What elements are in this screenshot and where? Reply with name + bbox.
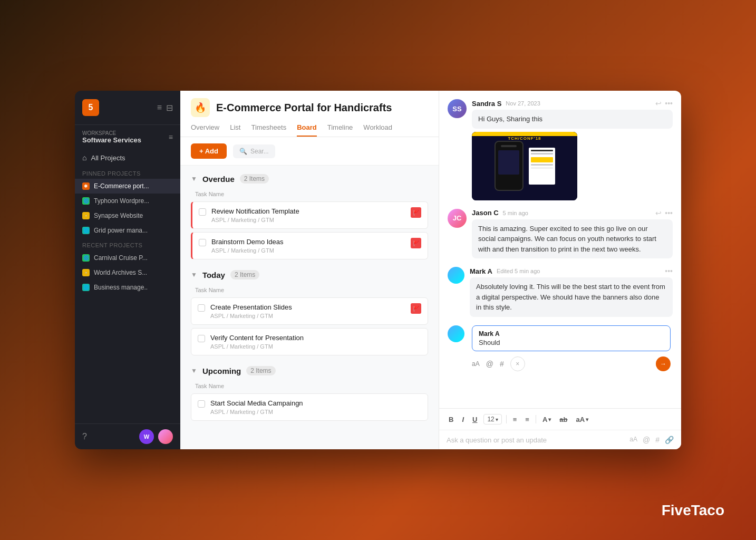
msg-image-content: TCH/CONF'18 <box>472 132 577 200</box>
toggle-overdue[interactable]: ▼ <box>191 175 197 182</box>
hashtag-icon[interactable]: # <box>500 360 504 368</box>
layout-icon[interactable]: ⊟ <box>166 103 173 113</box>
nav-dot-teal2: 🌐 <box>82 284 90 291</box>
add-button[interactable]: + Add <box>191 143 227 159</box>
more-icon[interactable]: ••• <box>665 99 673 108</box>
section-count-today: 2 Items <box>230 270 259 279</box>
align-right-button[interactable]: ≡ <box>523 414 531 425</box>
task-list-area: ▼ Overdue 2 Items Task Name Review Notif… <box>180 166 439 449</box>
search-icon: 🔍 <box>239 148 247 155</box>
bottom-brand: FiveTaco <box>662 502 724 519</box>
tab-list[interactable]: List <box>230 123 240 137</box>
tab-overview[interactable]: Overview <box>191 123 219 137</box>
sidebar-item-grid[interactable]: 🌐 Grid power mana... <box>75 223 180 238</box>
nav-dot-green2: 🌀 <box>82 254 90 262</box>
task-path4: ASPL / Marketing / GTM <box>210 343 421 350</box>
yellow-bar-top <box>472 132 577 136</box>
sidebar-item-label: E-Commerce port... <box>94 182 149 190</box>
link-input-icon[interactable]: 🔗 <box>665 436 674 444</box>
brand-five: Five <box>662 502 691 518</box>
tab-timesheets[interactable]: Timesheets <box>251 123 286 137</box>
home-icon: ⌂ <box>82 153 86 162</box>
task-flag2: 🚩 <box>411 238 421 248</box>
more-icon-marka[interactable]: ••• <box>665 267 673 275</box>
reply-send-button[interactable]: → <box>656 356 671 371</box>
task-column-header: Task Name <box>191 189 428 199</box>
task-flag3: 🚩 <box>411 303 421 314</box>
sidebar-item-world[interactable]: ▪ World Archives S... <box>75 265 180 280</box>
text-color-button[interactable]: A▾ <box>540 414 553 425</box>
sidebar-item-synapse[interactable]: ▪ Synapse Website <box>75 208 180 223</box>
task-checkbox[interactable] <box>199 208 206 216</box>
task-checkbox3[interactable] <box>198 304 205 312</box>
hashtag-input-icon[interactable]: # <box>655 436 660 444</box>
msg-image-sandra: TCH/CONF'18 <box>472 132 577 200</box>
reply-close-button[interactable]: × <box>510 356 525 371</box>
task-brainstorm[interactable]: Brainstorm Demo Ideas ASPL / Marketing /… <box>191 232 428 259</box>
task-info5: Start Social Media Campaingn ASPL / Mark… <box>210 399 421 415</box>
bold-button[interactable]: B <box>447 414 455 425</box>
task-verify[interactable]: Verify Content for Presentation ASPL / M… <box>191 328 428 355</box>
font-size-chevron: ▾ <box>496 417 498 422</box>
align-left-button[interactable]: ≡ <box>511 414 519 425</box>
font-size-select[interactable]: 12 ▾ <box>483 414 501 425</box>
avatar-user[interactable] <box>158 429 173 444</box>
toggle-today[interactable]: ▼ <box>191 271 197 278</box>
task-social[interactable]: Start Social Media Campaingn ASPL / Mark… <box>191 393 428 421</box>
task-checkbox2[interactable] <box>199 239 206 246</box>
mention-icon[interactable]: @ <box>486 360 493 368</box>
project-title: E-Commerce Portal for Handicrafts <box>216 102 392 114</box>
text-size-icon[interactable]: aA <box>629 436 637 444</box>
task-checkbox4[interactable] <box>198 335 205 342</box>
workspace-menu-icon[interactable]: ≡ <box>169 133 173 141</box>
underline-button[interactable]: U <box>470 414 479 425</box>
msg-actions-marka: ••• <box>665 267 673 275</box>
task-review[interactable]: Review Notification Template ASPL / Mark… <box>191 201 428 229</box>
avatar-w[interactable]: W <box>139 429 154 444</box>
msg-header-sandra: Sandra S Nov 27, 2023 ↩ ••• <box>472 99 673 108</box>
mention-input-icon[interactable]: @ <box>643 436 650 444</box>
task-column-header3: Task Name <box>191 381 428 391</box>
reply-icon-jason[interactable]: ↩ <box>655 209 662 217</box>
sidebar-item-typhoon[interactable]: 🌀 Typhoon Wordpre... <box>75 194 180 208</box>
reply-input-box[interactable]: Mark A Should <box>472 325 671 351</box>
reply-icon[interactable]: ↩ <box>655 99 662 108</box>
strikethrough-button[interactable]: ab <box>557 414 569 425</box>
paper-line3 <box>531 164 553 166</box>
reply-text[interactable]: Should <box>479 339 664 346</box>
font-size-icon[interactable]: aA <box>472 360 480 368</box>
tab-board[interactable]: Board <box>297 123 317 137</box>
msg-text-jason: This is amazing. Super excited to see th… <box>478 225 656 253</box>
sidebar-item-label: Business manage.. <box>94 284 148 291</box>
task-info: Review Notification Template ASPL / Mark… <box>211 207 405 223</box>
task-checkbox5[interactable] <box>198 400 205 408</box>
sidebar-item-carnival[interactable]: 🌀 Carnival Cruise P... <box>75 250 180 265</box>
all-projects-button[interactable]: ⌂ All Projects <box>75 149 180 166</box>
sidebar-item-ecommerce[interactable]: ✱ E-Commerce port... <box>75 179 180 194</box>
project-title-row: 🔥 E-Commerce Portal for Handicrafts <box>191 98 428 117</box>
app-window: 5 ≡ ⊟ Workspace Software Services ≡ ⌂ Al… <box>75 91 681 449</box>
sidebar-item-label: Grid power mana... <box>94 227 148 234</box>
section-header-today[interactable]: ▼ Today 2 Items <box>191 270 428 279</box>
project-header: 🔥 E-Commerce Portal for Handicrafts Over… <box>180 91 439 137</box>
chat-input[interactable]: Ask a question or post an update <box>447 436 629 444</box>
chat-input-row: Ask a question or post an update aA @ # … <box>439 430 681 449</box>
task-name4: Verify Content for Presentation <box>210 334 421 342</box>
reply-container: Mark A Should aA @ # × → <box>470 325 673 374</box>
hamburger-icon[interactable]: ≡ <box>157 103 162 113</box>
sidebar-item-business[interactable]: 🌐 Business manage.. <box>75 280 180 295</box>
italic-button[interactable]: I <box>460 414 466 425</box>
more-icon-jason[interactable]: ••• <box>665 209 673 217</box>
search-box[interactable]: 🔍 Sear... <box>233 144 275 158</box>
toolbar-divider1 <box>506 415 507 423</box>
section-header-upcoming[interactable]: ▼ Upcoming 2 Items <box>191 366 428 375</box>
task-create-slides[interactable]: Create Presentation Slides ASPL / Market… <box>191 297 428 325</box>
msg-text-marka: Absolutely loving it. This will be the b… <box>476 283 665 311</box>
section-header-overdue[interactable]: ▼ Overdue 2 Items <box>191 174 428 184</box>
toggle-upcoming[interactable]: ▼ <box>191 367 197 374</box>
tab-timeline[interactable]: Timeline <box>327 123 353 137</box>
font-button[interactable]: aA▾ <box>574 414 591 425</box>
help-icon[interactable]: ? <box>82 432 87 441</box>
tab-workload[interactable]: Workload <box>363 123 392 137</box>
workspace-label: Workspace <box>82 130 141 136</box>
